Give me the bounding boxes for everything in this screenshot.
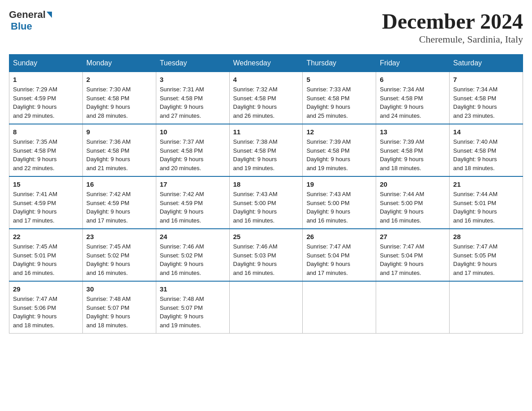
day-info: Sunrise: 7:29 AM Sunset: 4:59 PM Dayligh… [13,85,79,120]
day-number: 29 [13,285,79,293]
calendar-cell: 30 Sunrise: 7:48 AM Sunset: 5:07 PM Dayl… [82,281,156,334]
day-info: Sunrise: 7:42 AM Sunset: 4:59 PM Dayligh… [160,190,226,225]
day-info: Sunrise: 7:47 AM Sunset: 5:05 PM Dayligh… [453,242,519,277]
day-number: 20 [380,180,446,188]
calendar-cell: 1 Sunrise: 7:29 AM Sunset: 4:59 PM Dayli… [9,72,83,124]
day-number: 6 [380,76,446,83]
logo-arrow-icon [47,12,52,18]
day-info: Sunrise: 7:45 AM Sunset: 5:01 PM Dayligh… [13,242,79,277]
day-info: Sunrise: 7:43 AM Sunset: 5:00 PM Dayligh… [306,190,372,225]
day-info: Sunrise: 7:43 AM Sunset: 5:00 PM Dayligh… [233,190,299,225]
calendar-week-row: 29 Sunrise: 7:47 AM Sunset: 5:06 PM Dayl… [9,281,523,334]
calendar-week-row: 8 Sunrise: 7:35 AM Sunset: 4:58 PM Dayli… [9,124,523,176]
day-info: Sunrise: 7:35 AM Sunset: 4:58 PM Dayligh… [13,137,79,172]
day-info: Sunrise: 7:32 AM Sunset: 4:58 PM Dayligh… [233,85,299,120]
calendar-table: SundayMondayTuesdayWednesdayThursdayFrid… [9,54,523,334]
day-info: Sunrise: 7:38 AM Sunset: 4:58 PM Dayligh… [233,137,299,172]
logo-blue-text: Blue [11,21,32,32]
calendar-cell: 29 Sunrise: 7:47 AM Sunset: 5:06 PM Dayl… [9,281,83,334]
day-info: Sunrise: 7:47 AM Sunset: 5:06 PM Dayligh… [13,295,79,330]
weekday-header-friday: Friday [376,55,450,72]
day-number: 26 [306,233,372,240]
calendar-cell [450,281,523,334]
day-number: 24 [160,233,226,240]
logo-general-text: General [9,9,46,21]
day-number: 1 [13,76,79,83]
calendar-cell: 18 Sunrise: 7:43 AM Sunset: 5:00 PM Dayl… [229,176,303,229]
calendar-cell: 8 Sunrise: 7:35 AM Sunset: 4:58 PM Dayli… [9,124,83,176]
calendar-cell: 23 Sunrise: 7:45 AM Sunset: 5:02 PM Dayl… [82,229,156,281]
day-number: 10 [160,128,226,136]
calendar-cell: 19 Sunrise: 7:43 AM Sunset: 5:00 PM Dayl… [303,176,376,229]
day-info: Sunrise: 7:34 AM Sunset: 4:58 PM Dayligh… [380,85,446,120]
day-number: 25 [233,233,299,240]
day-info: Sunrise: 7:33 AM Sunset: 4:58 PM Dayligh… [306,85,372,120]
day-info: Sunrise: 7:30 AM Sunset: 4:58 PM Dayligh… [86,85,152,120]
page-title: December 2024 [382,9,523,34]
day-number: 15 [13,180,79,188]
day-number: 22 [13,233,79,240]
day-info: Sunrise: 7:34 AM Sunset: 4:58 PM Dayligh… [453,85,519,120]
day-info: Sunrise: 7:45 AM Sunset: 5:02 PM Dayligh… [86,242,152,277]
weekday-header-wednesday: Wednesday [229,55,303,72]
day-number: 30 [86,285,152,293]
day-info: Sunrise: 7:36 AM Sunset: 4:58 PM Dayligh… [86,137,152,172]
calendar-cell: 6 Sunrise: 7:34 AM Sunset: 4:58 PM Dayli… [376,72,450,124]
calendar-cell: 25 Sunrise: 7:46 AM Sunset: 5:03 PM Dayl… [229,229,303,281]
day-info: Sunrise: 7:40 AM Sunset: 4:58 PM Dayligh… [453,137,519,172]
day-number: 27 [380,233,446,240]
calendar-week-row: 1 Sunrise: 7:29 AM Sunset: 4:59 PM Dayli… [9,72,523,124]
calendar-cell: 2 Sunrise: 7:30 AM Sunset: 4:58 PM Dayli… [82,72,156,124]
calendar-cell: 11 Sunrise: 7:38 AM Sunset: 4:58 PM Dayl… [229,124,303,176]
weekday-header-row: SundayMondayTuesdayWednesdayThursdayFrid… [9,55,523,72]
weekday-header-tuesday: Tuesday [156,55,229,72]
title-block: December 2024 Cheremule, Sardinia, Italy [382,9,523,45]
day-info: Sunrise: 7:37 AM Sunset: 4:58 PM Dayligh… [160,137,226,172]
calendar-cell: 20 Sunrise: 7:44 AM Sunset: 5:00 PM Dayl… [376,176,450,229]
day-info: Sunrise: 7:41 AM Sunset: 4:59 PM Dayligh… [13,190,79,225]
day-info: Sunrise: 7:48 AM Sunset: 5:07 PM Dayligh… [86,295,152,330]
page-subtitle: Cheremule, Sardinia, Italy [382,34,523,45]
weekday-header-monday: Monday [82,55,156,72]
calendar-cell: 5 Sunrise: 7:33 AM Sunset: 4:58 PM Dayli… [303,72,376,124]
day-info: Sunrise: 7:47 AM Sunset: 5:04 PM Dayligh… [306,242,372,277]
day-info: Sunrise: 7:31 AM Sunset: 4:58 PM Dayligh… [160,85,226,120]
day-number: 28 [453,233,519,240]
weekday-header-sunday: Sunday [9,55,83,72]
day-number: 2 [86,76,152,83]
day-number: 4 [233,76,299,83]
day-info: Sunrise: 7:44 AM Sunset: 5:00 PM Dayligh… [380,190,446,225]
calendar-week-row: 15 Sunrise: 7:41 AM Sunset: 4:59 PM Dayl… [9,176,523,229]
day-number: 14 [453,128,519,136]
calendar-week-row: 22 Sunrise: 7:45 AM Sunset: 5:01 PM Dayl… [9,229,523,281]
page-header: General Blue December 2024 Cheremule, Sa… [9,9,523,45]
day-number: 3 [160,76,226,83]
day-number: 31 [160,285,226,293]
calendar-cell: 3 Sunrise: 7:31 AM Sunset: 4:58 PM Dayli… [156,72,229,124]
day-number: 18 [233,180,299,188]
day-number: 13 [380,128,446,136]
calendar-cell: 15 Sunrise: 7:41 AM Sunset: 4:59 PM Dayl… [9,176,83,229]
day-number: 16 [86,180,152,188]
calendar-cell [376,281,450,334]
day-info: Sunrise: 7:46 AM Sunset: 5:02 PM Dayligh… [160,242,226,277]
calendar-cell: 17 Sunrise: 7:42 AM Sunset: 4:59 PM Dayl… [156,176,229,229]
day-info: Sunrise: 7:46 AM Sunset: 5:03 PM Dayligh… [233,242,299,277]
calendar-cell: 7 Sunrise: 7:34 AM Sunset: 4:58 PM Dayli… [450,72,523,124]
calendar-cell: 13 Sunrise: 7:39 AM Sunset: 4:58 PM Dayl… [376,124,450,176]
logo-text: General [9,9,53,21]
calendar-cell: 9 Sunrise: 7:36 AM Sunset: 4:58 PM Dayli… [82,124,156,176]
logo: General Blue [9,9,53,32]
day-number: 12 [306,128,372,136]
weekday-header-thursday: Thursday [303,55,376,72]
day-info: Sunrise: 7:42 AM Sunset: 4:59 PM Dayligh… [86,190,152,225]
day-number: 9 [86,128,152,136]
day-info: Sunrise: 7:44 AM Sunset: 5:01 PM Dayligh… [453,190,519,225]
calendar-cell: 4 Sunrise: 7:32 AM Sunset: 4:58 PM Dayli… [229,72,303,124]
day-info: Sunrise: 7:39 AM Sunset: 4:58 PM Dayligh… [306,137,372,172]
calendar-cell [229,281,303,334]
calendar-cell: 28 Sunrise: 7:47 AM Sunset: 5:05 PM Dayl… [450,229,523,281]
calendar-cell: 12 Sunrise: 7:39 AM Sunset: 4:58 PM Dayl… [303,124,376,176]
calendar-cell: 14 Sunrise: 7:40 AM Sunset: 4:58 PM Dayl… [450,124,523,176]
calendar-cell: 21 Sunrise: 7:44 AM Sunset: 5:01 PM Dayl… [450,176,523,229]
